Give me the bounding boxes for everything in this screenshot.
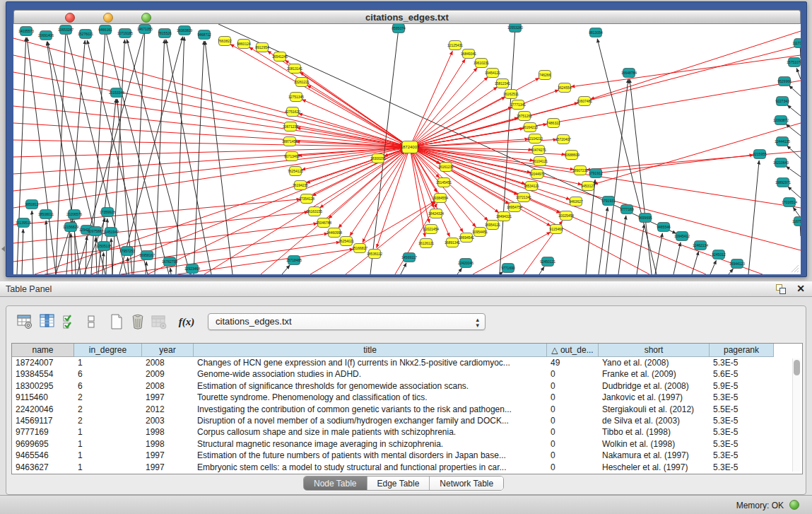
column-header-pagerank[interactable]: pagerank [710, 344, 774, 357]
graph-node-yellow[interactable]: 20813141 [287, 64, 302, 74]
graph-node-yellow[interactable]: 76254021 [339, 237, 354, 246]
graph-node-teal[interactable]: 9465546 [657, 223, 671, 232]
graph-node-teal[interactable]: 12093872 [773, 116, 789, 125]
graph-node-yellow[interactable]: 7486322 [546, 119, 560, 128]
graph-node-yellow[interactable]: 12021454 [423, 225, 439, 234]
graph-node-yellow[interactable]: 18694541 [459, 233, 474, 243]
graph-node-yellow[interactable]: 746266 [539, 71, 551, 80]
graph-node-teal[interactable]: 9227343 [775, 97, 789, 106]
table-row[interactable]: 2242004622012Investigating the contribut… [12, 404, 802, 415]
tab-edge-table[interactable]: Edge Table [367, 477, 430, 490]
graph-node-teal[interactable]: 15718485 [286, 256, 302, 265]
column-header-short[interactable]: short [599, 344, 710, 357]
graph-node-yellow[interactable]: 10954451 [472, 228, 488, 237]
import-table-button[interactable] [149, 312, 169, 332]
graph-node-teal[interactable]: 22420046 [458, 259, 473, 268]
graph-node-yellow[interactable]: 12125431 [447, 41, 463, 50]
graph-node-teal[interactable]: 10553280 [507, 24, 523, 33]
graph-node-teal[interactable]: 16210643 [773, 158, 789, 168]
show-columns-button[interactable] [37, 312, 57, 332]
graph-node-yellow[interactable]: 12104213 [527, 134, 543, 144]
graph-node-yellow[interactable]: 16164213 [522, 123, 538, 132]
graph-node-yellow[interactable]: 19454121 [485, 69, 500, 78]
graph-node-teal[interactable]: 16958167 [139, 251, 155, 260]
graph-node-yellow[interactable]: 9860124 [237, 40, 251, 49]
table-selector-dropdown[interactable]: citations_edges.txt ▴▾ [208, 313, 486, 330]
graph-node-yellow[interactable]: 16126121 [418, 239, 434, 248]
graph-node-yellow[interactable]: 18300295 [370, 154, 386, 163]
graph-node-yellow[interactable]: 16541245 [272, 52, 288, 62]
graph-node-yellow[interactable]: 19610231 [473, 59, 489, 68]
graph-node-teal[interactable]: 20153346 [109, 88, 124, 98]
table-row[interactable]: 911546021997Tourette syndrome. Phenomeno… [12, 392, 802, 403]
graph-node-yellow[interactable]: 15720407 [555, 135, 571, 144]
graph-node-yellow[interactable]: 16104121 [532, 157, 548, 166]
graph-node-teal[interactable]: 14671355 [137, 25, 153, 34]
table-settings-button[interactable] [15, 312, 35, 332]
graph-node-yellow[interactable]: 18724007 [401, 141, 420, 153]
graph-node-yellow[interactable]: 10607481 [577, 97, 592, 106]
graph-node-teal[interactable]: 14569117 [401, 253, 417, 262]
graph-node-teal[interactable]: 19892971 [775, 178, 791, 187]
graph-node-yellow[interactable]: 42751620 [285, 107, 300, 117]
graph-node-teal[interactable]: 92450121 [540, 257, 555, 267]
graph-node-yellow[interactable]: 30671234 [283, 122, 298, 132]
graph-node-yellow[interactable]: 18424324 [428, 209, 444, 218]
graph-node-teal[interactable]: 15751074 [787, 58, 801, 67]
graph-node-yellow[interactable]: 15812341 [495, 79, 510, 88]
graph-node-yellow[interactable]: 90713468 [284, 152, 300, 161]
table-row[interactable]: 1830029562008Estimation of significance … [12, 380, 802, 392]
graph-node-teal[interactable]: 16083809 [177, 26, 192, 35]
graph-node-yellow[interactable]: 8912954 [255, 43, 269, 52]
table-scrollbar[interactable] [792, 358, 801, 472]
close-panel-button[interactable]: ✕ [796, 283, 805, 294]
graph-node-teal[interactable]: 20206576 [66, 210, 82, 219]
graph-node-yellow[interactable]: 18494321 [496, 212, 512, 221]
delete-column-button[interactable] [128, 312, 148, 332]
graph-node-teal[interactable]: 8813054 [589, 28, 603, 37]
graph-node-teal[interactable]: 15276021 [78, 30, 93, 39]
graph-node-teal[interactable]: 12156829 [63, 223, 78, 232]
tab-node-table[interactable]: Node Table [304, 477, 367, 490]
graph-node-teal[interactable]: 9850811 [25, 200, 38, 209]
graph-node-yellow[interactable]: 76194235 [293, 181, 308, 190]
graph-node-yellow[interactable]: 19384554 [433, 194, 448, 203]
graph-node-yellow[interactable]: 15166827 [352, 244, 367, 253]
graph-node-teal[interactable]: 17016514 [782, 198, 797, 207]
graph-node-teal[interactable]: 9771690 [501, 264, 515, 273]
graph-node-yellow[interactable]: 10721341 [516, 193, 531, 202]
graph-node-teal[interactable]: 12462134 [693, 241, 708, 250]
graph-node-yellow[interactable]: 10474271 [531, 146, 546, 155]
table-row[interactable]: 1456911722003Disruption of a novel membe… [12, 415, 802, 426]
graph-node-teal[interactable]: 16782759 [162, 257, 177, 267]
float-panel-button[interactable] [776, 284, 787, 295]
graph-node-teal[interactable]: 11451947 [103, 228, 119, 237]
graph-node-teal[interactable]: 9777169 [620, 205, 634, 214]
graph-node-teal[interactable]: 12444135 [775, 137, 790, 146]
graph-node-yellow[interactable]: 9453127 [581, 182, 595, 191]
graph-node-teal[interactable]: 18508011 [38, 210, 54, 219]
graph-node-teal[interactable]: 20691406 [38, 31, 54, 40]
graph-node-yellow[interactable]: 18534121 [524, 182, 539, 191]
graph-node-yellow[interactable]: 15145451 [436, 178, 452, 187]
graph-node-yellow[interactable]: 16954121 [485, 221, 500, 230]
graph-node-teal[interactable]: 33139515 [16, 218, 31, 228]
graph-node-yellow[interactable]: 9115460 [549, 225, 563, 234]
graph-node-yellow[interactable]: 10025458 [558, 211, 574, 221]
graph-node-teal[interactable]: 8215955 [753, 150, 767, 159]
graph-node-teal[interactable]: 9245012 [712, 250, 726, 259]
table-scrollbar-thumb[interactable] [794, 360, 800, 375]
graph-node-yellow[interactable]: 9463627 [569, 197, 583, 206]
column-header-title[interactable]: title [194, 344, 547, 357]
network-window-titlebar[interactable]: citations_edges.txt [13, 10, 801, 24]
graph-node-teal[interactable]: 10945412 [674, 232, 690, 241]
table-row[interactable]: 1938455462009Genome-wide association stu… [12, 368, 802, 380]
graph-node-teal[interactable]: 16648784 [621, 69, 637, 78]
graph-node-teal[interactable]: 9699695 [638, 214, 652, 223]
graph-node-yellow[interactable]: 10688609 [564, 151, 579, 160]
graph-node-teal[interactable]: 12923468 [184, 264, 200, 274]
graph-node-yellow[interactable]: 17771341 [510, 100, 526, 110]
graph-node-teal[interactable]: 14035573 [18, 27, 34, 36]
select-all-columns-button[interactable] [60, 312, 80, 332]
graph-node-teal[interactable]: 11173051 [792, 39, 801, 48]
